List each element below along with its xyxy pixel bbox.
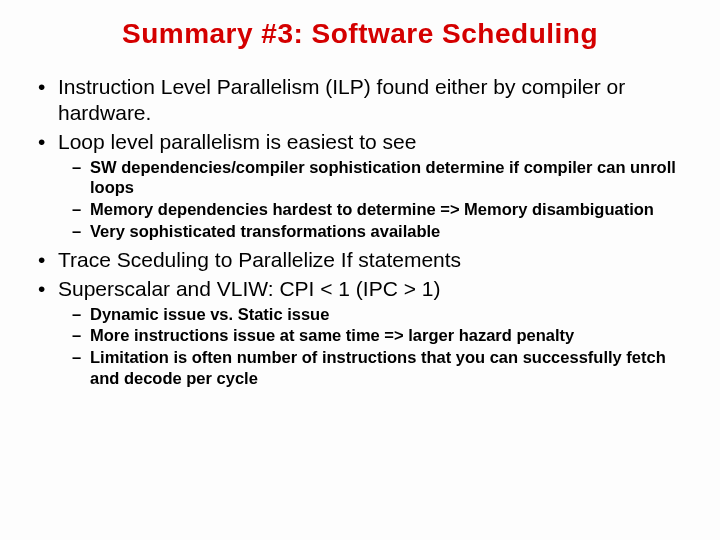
- bullet-text: Instruction Level Parallelism (ILP) foun…: [58, 75, 625, 124]
- sub-bullet-item: Very sophisticated transformations avail…: [72, 221, 690, 242]
- bullet-text: Loop level parallelism is easiest to see: [58, 130, 416, 153]
- sub-bullet-list: Dynamic issue vs. Static issue More inst…: [58, 304, 690, 389]
- bullet-item: Superscalar and VLIW: CPI < 1 (IPC > 1) …: [30, 276, 690, 389]
- sub-bullet-list: SW dependencies/compiler sophistication …: [58, 157, 690, 242]
- sub-bullet-item: SW dependencies/compiler sophistication …: [72, 157, 690, 198]
- slide-title: Summary #3: Software Scheduling: [30, 18, 690, 50]
- bullet-item: Loop level parallelism is easiest to see…: [30, 129, 690, 242]
- sub-bullet-item: More instructions issue at same time => …: [72, 325, 690, 346]
- sub-bullet-item: Memory dependencies hardest to determine…: [72, 199, 690, 220]
- main-bullet-list: Instruction Level Parallelism (ILP) foun…: [30, 74, 690, 388]
- sub-bullet-item: Dynamic issue vs. Static issue: [72, 304, 690, 325]
- sub-bullet-item: Limitation is often number of instructio…: [72, 347, 690, 388]
- bullet-text: Trace Sceduling to Parallelize If statem…: [58, 248, 461, 271]
- bullet-text: Superscalar and VLIW: CPI < 1 (IPC > 1): [58, 277, 440, 300]
- bullet-item: Trace Sceduling to Parallelize If statem…: [30, 247, 690, 273]
- bullet-item: Instruction Level Parallelism (ILP) foun…: [30, 74, 690, 127]
